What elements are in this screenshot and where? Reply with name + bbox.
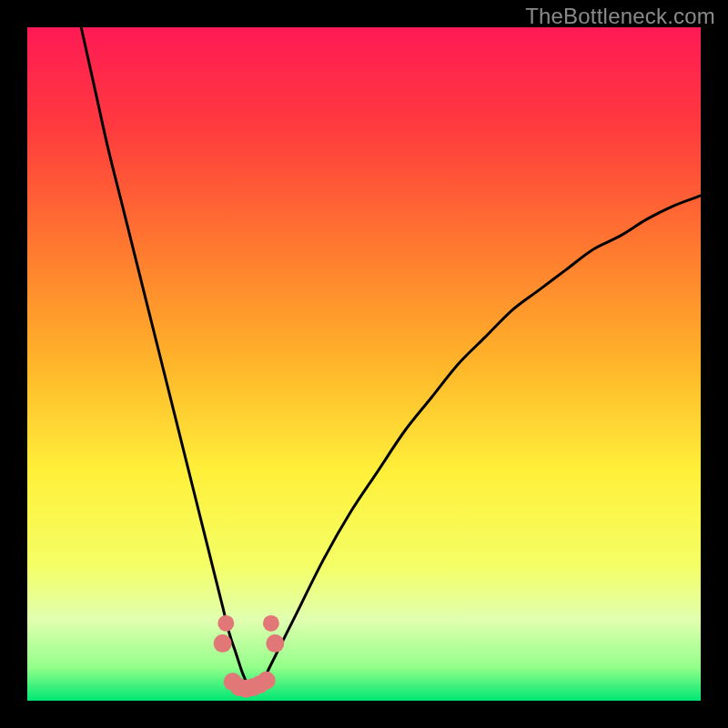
highlight-dot xyxy=(217,615,234,632)
highlight-dot xyxy=(258,672,276,690)
chart-background xyxy=(27,27,701,701)
highlight-dot xyxy=(263,615,279,632)
bottleneck-chart xyxy=(27,27,701,701)
watermark-text: TheBottleneck.com xyxy=(525,4,715,29)
highlight-dot xyxy=(266,634,284,652)
page-frame: TheBottleneck.com xyxy=(0,0,728,728)
highlight-dot xyxy=(214,634,232,652)
